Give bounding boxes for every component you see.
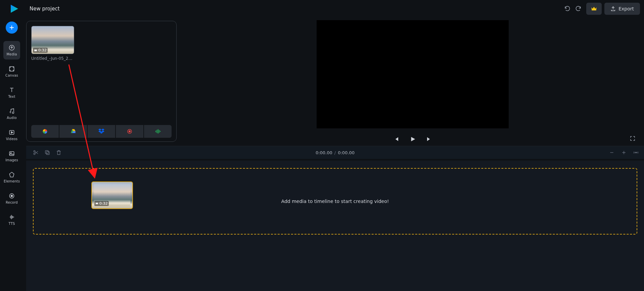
shapes-icon: [8, 171, 15, 178]
timeline-area[interactable]: Add media to timeline to start creating …: [26, 161, 644, 291]
dropbox-button[interactable]: [88, 125, 115, 138]
svg-marker-0: [11, 5, 18, 13]
add-button[interactable]: [6, 22, 18, 34]
google-photos-icon: [42, 128, 48, 135]
preview-area: [181, 17, 644, 144]
delete-button[interactable]: [54, 148, 64, 158]
dropbox-icon: [98, 128, 105, 135]
svg-rect-18: [46, 152, 49, 155]
export-button[interactable]: Export: [604, 3, 640, 15]
cut-button[interactable]: [31, 148, 41, 158]
svg-marker-4: [11, 132, 13, 133]
scissors-icon: [33, 150, 39, 156]
svg-rect-5: [9, 152, 14, 156]
google-photos-button[interactable]: [31, 125, 59, 138]
plus-icon: [9, 25, 15, 31]
redo-button[interactable]: [573, 3, 584, 14]
film-icon: [34, 49, 37, 52]
svg-rect-9: [34, 49, 37, 51]
timeline-zoom: [608, 149, 639, 156]
fit-icon: [633, 150, 639, 155]
premium-button[interactable]: [586, 3, 602, 15]
trash-icon: [56, 150, 62, 156]
zoom-fit-button[interactable]: [633, 149, 639, 156]
media-grid: 0:32 Untitled_-Jun-05_2024…: [31, 26, 172, 61]
svg-rect-19: [45, 151, 48, 154]
audio-import-button[interactable]: [144, 125, 172, 138]
project-title[interactable]: New project: [30, 6, 60, 12]
media-thumbnail[interactable]: 0:32: [31, 26, 74, 54]
fullscreen-icon: [630, 135, 636, 141]
svg-marker-15: [411, 137, 415, 141]
sidebar-item-images[interactable]: Images: [3, 147, 20, 165]
svg-point-8: [11, 195, 13, 197]
waveform-icon: [8, 214, 15, 220]
drop-hint: Add media to timeline to start creating …: [281, 199, 389, 204]
sidebar-item-audio[interactable]: Audio: [3, 105, 20, 123]
svg-rect-20: [96, 203, 98, 204]
sidebar-item-tts[interactable]: TTS: [3, 210, 20, 229]
music-icon: [8, 108, 15, 115]
audio-bars-icon: [154, 128, 161, 135]
video-icon: [8, 129, 15, 136]
google-drive-icon: [70, 128, 77, 135]
screen-record-button[interactable]: [116, 125, 143, 138]
video-preview[interactable]: [317, 20, 509, 128]
left-sidebar: Media Canvas Text Audio Videos Images El…: [0, 22, 24, 229]
svg-point-14: [129, 130, 131, 132]
total-time: 0:00.00: [338, 150, 355, 155]
record-icon: [8, 193, 15, 199]
svg-point-17: [34, 153, 35, 155]
sidebar-item-text[interactable]: Text: [3, 83, 20, 102]
next-frame-button[interactable]: [425, 135, 432, 143]
timeline-toolbar: 0:00.00 / 0:00.00: [26, 146, 644, 159]
duration-badge: 0:32: [94, 201, 109, 206]
media-panel: 0:32 Untitled_-Jun-05_2024…: [26, 21, 177, 142]
timeline-time: 0:00.00 / 0:00.00: [316, 150, 355, 155]
export-label: Export: [618, 6, 634, 11]
text-icon: [8, 87, 15, 93]
current-time: 0:00.00: [316, 150, 332, 155]
copy-button[interactable]: [42, 148, 52, 158]
sidebar-item-videos[interactable]: Videos: [3, 126, 20, 144]
dragging-clip[interactable]: 0:32: [91, 181, 133, 209]
app-logo: [9, 3, 19, 14]
sidebar-item-media[interactable]: Media: [3, 41, 20, 59]
media-filename: Untitled_-Jun-05_2024…: [31, 56, 74, 61]
sidebar-item-elements[interactable]: Elements: [3, 168, 20, 186]
preview-controls: [181, 133, 644, 145]
cloud-source-row: [31, 125, 172, 138]
skip-back-icon: [393, 136, 400, 142]
copy-icon: [44, 150, 50, 156]
media-item[interactable]: 0:32 Untitled_-Jun-05_2024…: [31, 26, 74, 61]
zoom-out-button[interactable]: [608, 149, 615, 156]
image-icon: [8, 150, 15, 157]
plus-icon: [621, 150, 627, 155]
undo-button[interactable]: [562, 3, 573, 14]
play-button[interactable]: [409, 135, 416, 143]
crown-icon: [591, 5, 597, 12]
sidebar-item-canvas[interactable]: Canvas: [3, 62, 20, 81]
play-icon: [409, 135, 416, 143]
sidebar-item-record[interactable]: Record: [3, 189, 20, 208]
film-icon: [95, 202, 98, 205]
upload-cloud-icon: [8, 44, 15, 51]
prev-frame-button[interactable]: [393, 135, 400, 143]
duration-badge: 0:32: [33, 48, 48, 53]
top-header: New project Export: [0, 0, 644, 17]
google-drive-button[interactable]: [59, 125, 87, 138]
canvas-icon: [8, 66, 15, 72]
record-dot-icon: [127, 128, 133, 134]
fullscreen-button[interactable]: [629, 134, 637, 142]
svg-point-16: [34, 151, 35, 152]
zoom-in-button[interactable]: [620, 149, 627, 156]
upload-icon: [610, 6, 616, 11]
minus-icon: [609, 150, 614, 155]
skip-forward-icon: [425, 136, 432, 142]
